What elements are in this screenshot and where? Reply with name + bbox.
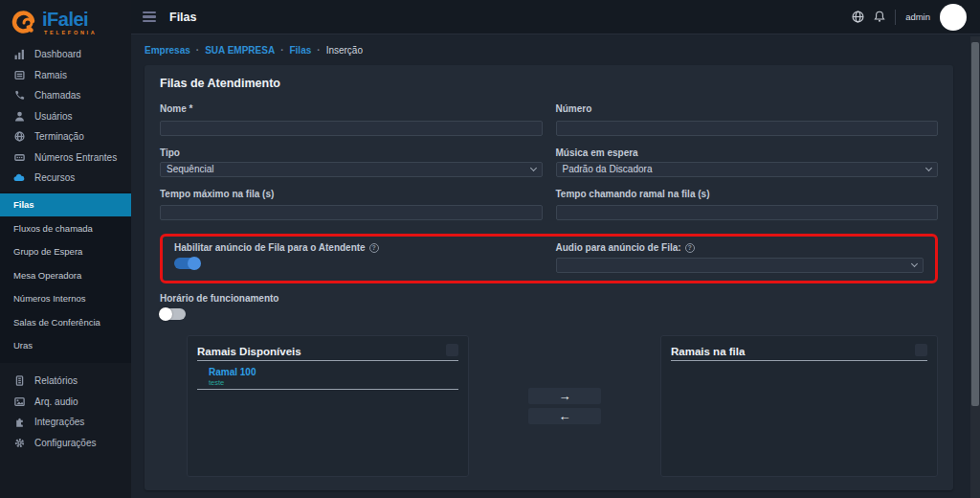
sidebar-item-configuracoes[interactable]: Configurações: [0, 433, 131, 454]
sidebar-item-usuarios[interactable]: Usuários: [0, 106, 131, 127]
horario-funcionamento-toggle[interactable]: [160, 308, 186, 320]
audio-anuncio-select[interactable]: [556, 258, 924, 273]
habilitar-anuncio-toggle[interactable]: [174, 258, 200, 269]
integracoes-icon: [13, 417, 25, 428]
sidebar-item-uras[interactable]: Uras: [0, 334, 131, 358]
nome-input[interactable]: [160, 121, 543, 136]
chevron-down-icon: [911, 260, 918, 267]
sidebar-item-recursos[interactable]: Recursos: [0, 168, 131, 189]
numeros-entrantes-icon: [13, 151, 25, 163]
sidebar-item-label: Terminação: [34, 131, 84, 142]
sidebar-item-ramais[interactable]: Ramais: [0, 65, 131, 86]
page-title: Filas: [169, 11, 197, 24]
tempo-maximo-label: Tempo máximo na fila (s): [160, 189, 543, 199]
numero-label: Número: [556, 103, 939, 114]
brand-logo[interactable]: iFalei TELEFONIA: [0, 0, 131, 44]
sidebar-item-filas[interactable]: Filas: [0, 193, 131, 217]
sidebar: iFalei TELEFONIA Dashboard Ramais Chamad…: [0, 0, 131, 498]
usuarios-icon: [13, 110, 25, 122]
anuncio-highlight-box: Habilitar anúncio de Fila para o Atenden…: [160, 234, 938, 283]
configuracoes-icon: [13, 437, 25, 448]
sidebar-item-dashboard[interactable]: Dashboard: [0, 44, 131, 65]
help-icon[interactable]: ?: [685, 243, 695, 253]
arq-audio-icon: [13, 396, 25, 407]
breadcrumb-current: Inserção: [326, 45, 363, 56]
sidebar-item-numeros-entrantes[interactable]: Números Entrantes: [0, 147, 131, 169]
ramais-transfer-widget: Ramais Disponíveis Ramal 100 teste → ← R…: [187, 335, 938, 477]
help-icon[interactable]: ?: [369, 243, 379, 253]
tempo-chamando-field-group: Tempo chamando ramal na fila (s): [556, 189, 939, 221]
arrow-left-icon: ←: [559, 409, 571, 423]
filas-de-atendimento-card: Filas de Atendimento Nome * Número Tipo …: [145, 65, 953, 490]
move-left-button[interactable]: ←: [528, 408, 601, 424]
notifications-bell-icon[interactable]: [874, 11, 885, 23]
ramais-icon: [13, 69, 25, 80]
audio-anuncio-label: Audio para anúncio de Fila:: [556, 242, 681, 253]
app-window: iFalei TELEFONIA Dashboard Ramais Chamad…: [0, 0, 980, 498]
topbar-actions: admin: [852, 4, 980, 31]
sidebar-subitem-label: Salas de Conferência: [13, 317, 100, 328]
menu-toggle-icon[interactable]: [139, 8, 160, 27]
sidebar-item-label: Arq. audio: [34, 396, 78, 407]
tipo-select[interactable]: Sequêncial: [160, 162, 543, 177]
tempo-chamando-label: Tempo chamando ramal na fila (s): [556, 189, 939, 199]
sidebar-item-mesa-operadora[interactable]: Mesa Operadora: [0, 263, 131, 287]
tipo-field-group: Tipo Sequêncial: [160, 147, 543, 177]
main-content: Empresas · SUA EMPRESA · Filas · Inserçã…: [131, 34, 980, 498]
ramais-na-fila-title: Ramais na fila: [671, 346, 745, 357]
chamadas-icon: [13, 90, 25, 102]
sidebar-footer-nav: Relatórios Arq. audio Integrações Config…: [0, 371, 131, 453]
sidebar-item-numeros-internos[interactable]: Números Internos: [0, 287, 131, 311]
user-avatar[interactable]: [940, 4, 967, 31]
top-bar: Filas admin: [131, 0, 980, 34]
sidebar-item-integracoes[interactable]: Integrações: [0, 412, 131, 433]
tempo-chamando-input[interactable]: [556, 205, 939, 220]
breadcrumb-separator: ·: [196, 45, 199, 56]
language-globe-icon[interactable]: [852, 11, 864, 23]
select-all-checkbox[interactable]: [446, 344, 458, 356]
sidebar-subitem-label: Grupo de Espera: [13, 246, 82, 257]
sidebar-item-terminacao[interactable]: Terminação: [0, 126, 131, 147]
horario-funcionamento-label: Horário de funcionamento: [160, 293, 278, 304]
move-right-button[interactable]: →: [528, 388, 601, 404]
tempo-maximo-input[interactable]: [160, 205, 543, 220]
toggle-knob: [188, 257, 201, 270]
musica-em-espera-label: Música em espera: [556, 147, 939, 158]
tipo-label: Tipo: [160, 147, 543, 158]
musica-em-espera-select[interactable]: Padrão da Discadora: [556, 162, 939, 177]
list-item-ramal-100[interactable]: Ramal 100 teste: [197, 361, 458, 390]
form-grid: Nome * Número Tipo Sequêncial Música em …: [160, 103, 938, 232]
vertical-scrollbar[interactable]: [970, 36, 980, 498]
breadcrumb-separator: ·: [280, 45, 283, 56]
sidebar-item-label: Dashboard: [34, 49, 81, 59]
audio-anuncio-group: Audio para anúncio de Fila: ?: [556, 242, 924, 273]
sidebar-item-relatorios[interactable]: Relatórios: [0, 371, 131, 392]
numero-field-group: Número: [556, 103, 939, 136]
sidebar-subitem-label: Uras: [13, 340, 33, 351]
sidebar-item-salas-de-conferencia[interactable]: Salas de Conferência: [0, 310, 131, 334]
nome-label: Nome *: [160, 103, 543, 114]
username-label: admin: [905, 11, 930, 22]
sidebar-subitem-label: Fluxos de chamada: [13, 223, 93, 234]
breadcrumb-link-sua-empresa[interactable]: SUA EMPRESA: [205, 45, 275, 56]
scrollbar-thumb[interactable]: [971, 42, 979, 406]
sidebar-item-chamadas[interactable]: Chamadas: [0, 85, 131, 106]
relatorios-icon: [13, 375, 25, 387]
chevron-down-icon: [925, 164, 932, 170]
toggle-knob: [159, 307, 172, 321]
terminacao-icon: [13, 131, 25, 143]
breadcrumb-link-filas[interactable]: Filas: [289, 45, 311, 56]
sidebar-item-grupo-de-espera[interactable]: Grupo de Espera: [0, 240, 131, 264]
tipo-select-value: Sequêncial: [167, 164, 213, 174]
sidebar-item-arq-audio[interactable]: Arq. audio: [0, 392, 131, 413]
habilitar-anuncio-group: Habilitar anúncio de Fila para o Atenden…: [174, 242, 543, 273]
sidebar-item-fluxos-de-chamada[interactable]: Fluxos de chamada: [0, 216, 131, 240]
chevron-down-icon: [529, 164, 536, 170]
numero-input[interactable]: [556, 121, 939, 136]
breadcrumb-link-empresas[interactable]: Empresas: [145, 45, 190, 56]
sidebar-item-label: Recursos: [34, 172, 75, 183]
sidebar-item-label: Números Entrantes: [34, 152, 117, 163]
breadcrumb: Empresas · SUA EMPRESA · Filas · Inserçã…: [131, 34, 980, 57]
ramal-subtitle: teste: [209, 378, 458, 387]
select-all-checkbox[interactable]: [915, 344, 927, 356]
